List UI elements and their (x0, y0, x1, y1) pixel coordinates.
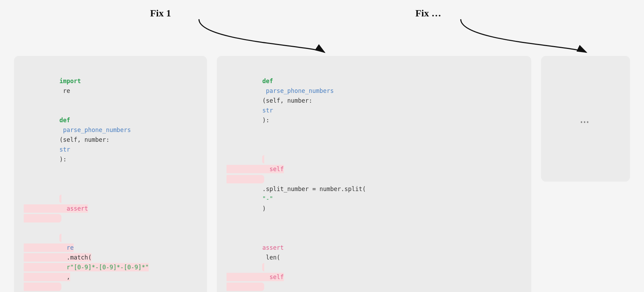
arrows-svg (0, 0, 644, 56)
self-highlight-2: self (227, 263, 284, 291)
assert-highlight-1: assert (24, 195, 88, 222)
code-panel-1: import re def parse_phone_numbers (self,… (14, 56, 207, 292)
main-container: Fix 1 Fix … import re def (0, 0, 644, 292)
arrows-row: Fix 1 Fix … (0, 0, 644, 56)
self-highlight-1: self (227, 155, 284, 183)
p2-line-2: self .split_number = number.split( "-" ) (227, 135, 521, 223)
panels-row: import re def parse_phone_numbers (self,… (0, 56, 644, 292)
import-re: re (59, 87, 70, 94)
p2-line-3: assert len( self .split_number) == 3 , "… (227, 223, 521, 292)
fn-name-1: parse_phone_numbers (59, 126, 131, 133)
code-panel-2: def parse_phone_numbers (self, number: s… (217, 56, 531, 292)
fix2-label: Fix … (415, 8, 441, 19)
code-line-3: assert re .match( r"[0-9]*-[0-9]*-[0-9]*… (24, 174, 197, 292)
def-kw-1: def (59, 117, 70, 124)
code-panel-3: … (541, 56, 630, 182)
re-match-highlight: re .match( r"[0-9]*-[0-9]*-[0-9]*" , (24, 234, 149, 291)
code-line-2: def parse_phone_numbers (self, number: s… (24, 105, 197, 174)
panel3-dots: … (580, 106, 591, 132)
p2-line-1: def parse_phone_numbers (self, number: s… (227, 66, 521, 135)
fix1-label: Fix 1 (150, 8, 171, 19)
code-line-1: import re (24, 66, 197, 105)
import-kw: import (59, 78, 81, 85)
